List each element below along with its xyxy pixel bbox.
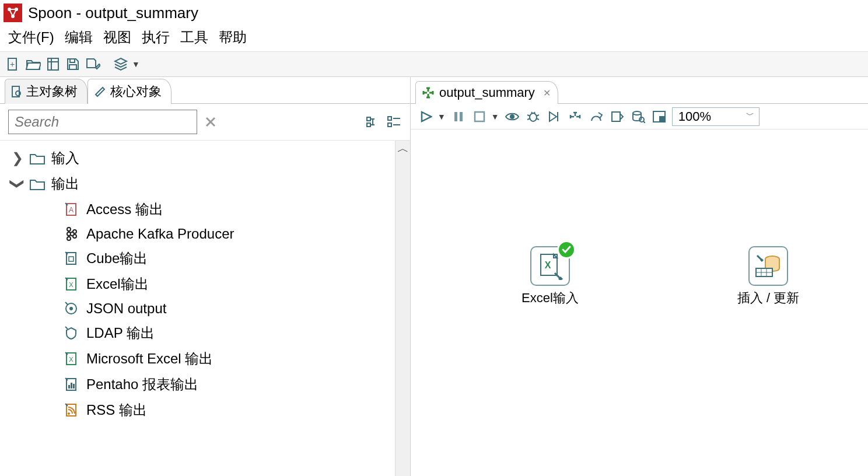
tree-item[interactable]: Cube输出 [12, 246, 393, 271]
canvas-tabs: output_summary ✕ [411, 77, 868, 104]
search-input[interactable] [8, 110, 197, 134]
svg-rect-37 [66, 253, 76, 264]
svg-line-5 [13, 9, 16, 16]
collapse-tree-icon[interactable] [387, 114, 402, 130]
svg-text:X: X [545, 260, 551, 270]
svg-rect-52 [460, 112, 463, 121]
chevron-right-icon[interactable]: ❯ [12, 150, 23, 166]
svg-rect-51 [454, 112, 457, 121]
open-folder-icon[interactable] [26, 57, 41, 72]
tree-node-output[interactable]: ❯ 输出 [12, 171, 393, 197]
close-tab-icon[interactable]: ✕ [543, 88, 551, 99]
tab-main-tree[interactable]: 主对象树 [5, 79, 88, 104]
close-icon[interactable] [203, 114, 218, 130]
run-icon[interactable] [418, 108, 434, 125]
impact-icon[interactable] [588, 108, 604, 125]
expand-tree-icon[interactable] [366, 114, 381, 130]
explore-icon[interactable] [46, 57, 61, 72]
split-area: 主对象树 核心对象 ❯ [0, 77, 868, 476]
layers-dropdown-icon[interactable]: ▼ [132, 60, 140, 69]
tree-item-label: Pentaho 报表输出 [86, 375, 198, 394]
svg-text:+: + [10, 60, 15, 69]
tree-item[interactable]: LDAP 输出 [12, 320, 393, 346]
access-icon: A [63, 201, 79, 218]
tree-item-label: Apache Kafka Producer [86, 226, 235, 242]
step-excel-input[interactable]: X Excel输入 [522, 246, 579, 307]
new-file-icon[interactable]: + [6, 57, 21, 72]
tree-item[interactable]: Apache Kafka Producer [12, 222, 393, 246]
menu-edit[interactable]: 编辑 [62, 27, 95, 48]
svg-line-65 [643, 121, 645, 123]
svg-text:X: X [69, 356, 74, 363]
svg-text:X: X [69, 281, 74, 288]
svg-rect-48 [73, 384, 75, 388]
svg-point-54 [510, 114, 514, 119]
canvas-tab[interactable]: output_summary ✕ [415, 81, 558, 104]
tree-item[interactable]: X Microsoft Excel 输出 [12, 346, 393, 372]
tree-item[interactable]: Pentaho 报表输出 [12, 372, 393, 397]
right-pane: output_summary ✕ ▼ ▼ 100% [411, 77, 868, 476]
verify-icon[interactable] [567, 108, 583, 125]
menu-bar: 文件(F) 编辑 视图 执行 工具 帮助 [0, 26, 868, 51]
scroll-up-icon[interactable]: ︿ [396, 141, 410, 156]
menu-view[interactable]: 视图 [101, 27, 134, 48]
svg-line-4 [9, 9, 13, 16]
svg-rect-22 [388, 117, 391, 120]
menu-run[interactable]: 执行 [139, 27, 172, 48]
zoom-select[interactable]: 100% [672, 107, 760, 126]
tree: ❯ 输入 ❯ 输出 A Access 输出 Apache Kafka Produ… [0, 141, 395, 476]
step-insert-update[interactable]: 插入 / 更新 [737, 246, 799, 307]
layers-icon[interactable] [113, 57, 128, 72]
stop-dropdown-icon[interactable]: ▼ [491, 112, 499, 121]
scrollbar[interactable]: ︿ [395, 141, 410, 476]
canvas-tab-label: output_summary [439, 85, 535, 100]
tree-item-label: Microsoft Excel 输出 [86, 349, 213, 368]
svg-rect-18 [367, 123, 370, 127]
window-title: Spoon - output_summary [28, 4, 198, 22]
svg-rect-24 [388, 123, 391, 127]
tree-item[interactable]: JSON output [12, 297, 393, 320]
tab-core-objects[interactable]: 核心对象 [88, 79, 172, 104]
step-label: 插入 / 更新 [737, 289, 799, 307]
tree-wrap: ❯ 输入 ❯ 输出 A Access 输出 Apache Kafka Produ… [0, 141, 410, 476]
chevron-down-icon[interactable]: ❯ [9, 178, 26, 190]
stop-icon[interactable] [471, 108, 488, 125]
tree-node-input-label: 输入 [51, 149, 79, 167]
search-row [0, 104, 410, 141]
tree-item[interactable]: RSS 输出 [12, 397, 393, 423]
excel-icon: X [63, 276, 79, 292]
show-results-icon[interactable] [651, 108, 667, 125]
debug-icon[interactable] [525, 108, 541, 125]
tree-item-label: RSS 输出 [86, 401, 147, 419]
step-label: Excel输入 [522, 289, 579, 307]
ldap-icon [63, 325, 79, 341]
save-icon[interactable] [65, 57, 80, 72]
preview-icon[interactable] [504, 108, 520, 125]
tree-item-label: Cube输出 [86, 249, 148, 268]
step-box: X [530, 246, 570, 286]
sql-icon[interactable] [609, 108, 625, 125]
menu-file[interactable]: 文件(F) [6, 27, 57, 48]
menu-help[interactable]: 帮助 [216, 27, 249, 48]
explore-db-icon[interactable] [630, 108, 646, 125]
svg-point-55 [530, 113, 537, 121]
replay-icon[interactable] [546, 108, 562, 125]
tree-item[interactable]: X Excel输出 [12, 271, 393, 297]
rss-icon [63, 402, 79, 418]
save-as-icon[interactable] [85, 57, 100, 72]
menu-tools[interactable]: 工具 [178, 27, 211, 48]
main-toolbar: + ▼ [0, 51, 868, 77]
tree-node-output-label: 输出 [51, 174, 79, 193]
tree-node-input[interactable]: ❯ 输入 [12, 145, 393, 171]
svg-point-42 [69, 307, 73, 310]
title-bar: Spoon - output_summary [0, 0, 868, 26]
run-dropdown-icon[interactable]: ▼ [438, 112, 446, 121]
svg-rect-8 [48, 58, 58, 70]
tree-item-label: LDAP 输出 [86, 324, 155, 342]
tree-item[interactable]: A Access 输出 [12, 197, 393, 222]
svg-point-30 [67, 237, 71, 240]
pause-icon[interactable] [450, 108, 467, 125]
canvas[interactable]: X Excel输入 [411, 130, 868, 476]
svg-rect-62 [612, 112, 620, 121]
insert-update-icon [754, 252, 783, 280]
